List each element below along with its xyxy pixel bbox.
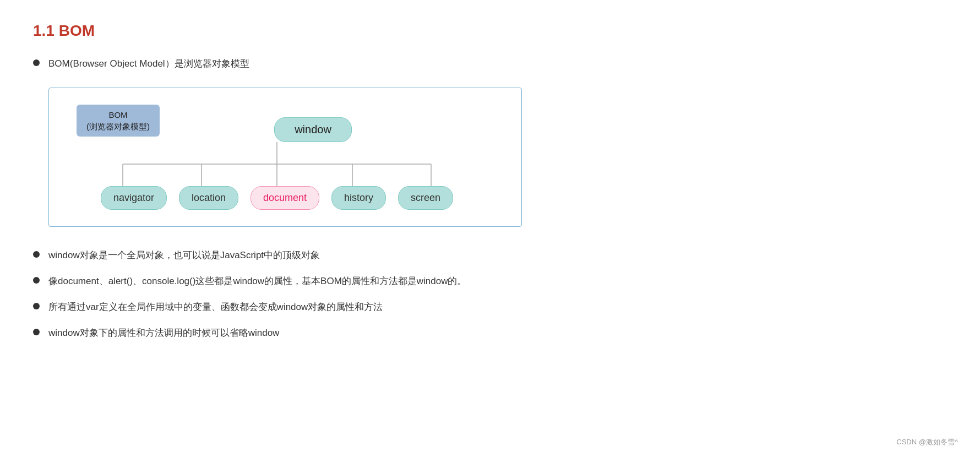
bullet-text-1: BOM(Browser Object Model）是浏览器对象模型 (48, 56, 249, 72)
bullet-text-4: 所有通过var定义在全局作用域中的变量、函数都会变成window对象的属性和方法 (48, 300, 383, 315)
bom-label: BOM (浏览器对象模型) (77, 105, 160, 137)
bullet-text-2: window对象是一个全局对象，也可以说是JavaScript中的顶级对象 (48, 248, 320, 264)
node-document: document (251, 186, 319, 210)
bullet-item-2: window对象是一个全局对象，也可以说是JavaScript中的顶级对象 (33, 248, 947, 264)
bullet-item-5: window对象下的属性和方法调用的时候可以省略window (33, 325, 947, 341)
bullet-text-5: window对象下的属性和方法调用的时候可以省略window (48, 325, 279, 341)
bullet-dot-2 (33, 251, 40, 258)
page-title: 1.1 BOM (33, 22, 947, 40)
bullet-dot-1 (33, 59, 40, 66)
node-history: history (331, 186, 386, 210)
bullet-dot-5 (33, 329, 40, 335)
bullet-text-3: 像document、alert()、console.log()这些都是windo… (48, 274, 467, 290)
bullet-item-3: 像document、alert()、console.log()这些都是windo… (33, 274, 947, 290)
node-navigator: navigator (101, 186, 167, 210)
node-window: window (274, 117, 352, 142)
bullet-dot-3 (33, 277, 40, 284)
bullet-item-4: 所有通过var定义在全局作用域中的变量、函数都会变成window对象的属性和方法 (33, 300, 947, 315)
bullet-dot-4 (33, 303, 40, 309)
tree-lines (68, 142, 486, 186)
footer-credit: CSDN @激如冬雪^ (896, 437, 958, 447)
bom-diagram: BOM (浏览器对象模型) window (48, 88, 522, 227)
bullet-item-1: BOM(Browser Object Model）是浏览器对象模型 (33, 56, 947, 72)
node-location: location (179, 186, 238, 210)
node-screen: screen (398, 186, 453, 210)
